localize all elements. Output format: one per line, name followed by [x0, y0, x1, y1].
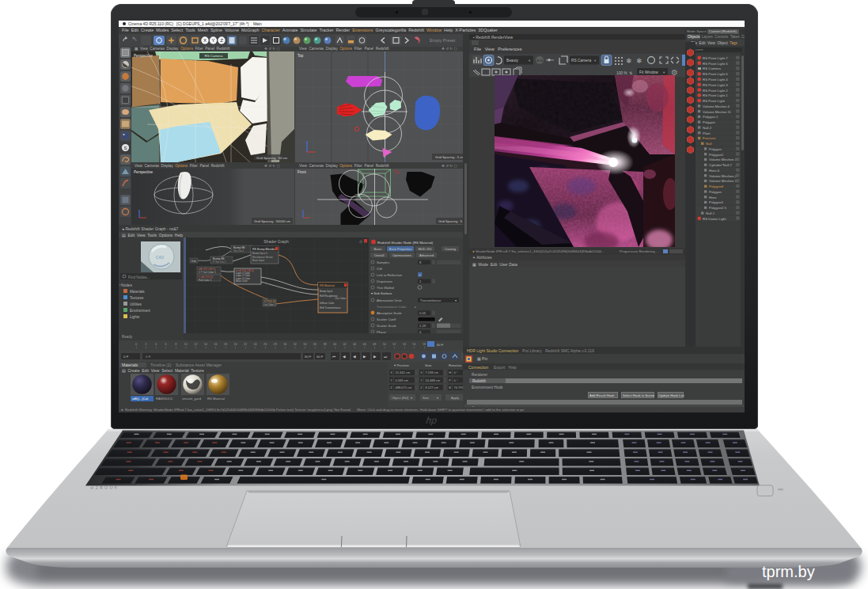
svg-text:▸: ▸ — [119, 283, 121, 287]
svg-text:Plain: Plain — [703, 131, 711, 135]
svg-text:Null: Null — [706, 142, 712, 146]
svg-text:10: 10 — [184, 343, 188, 346]
svg-text:X: X — [203, 38, 207, 43]
svg-text:X: X — [420, 370, 423, 374]
svg-text:Fit Window: Fit Window — [639, 70, 658, 74]
svg-text:Y: Y — [390, 378, 392, 382]
svg-text:22: 22 — [244, 343, 247, 346]
svg-text:Polygon4: Polygon4 — [709, 184, 724, 188]
svg-text:Bump Input: Bump Input — [320, 290, 332, 293]
svg-text:Full Color 1: Full Color 1 — [199, 279, 212, 282]
svg-text:◀: ◀ — [353, 355, 356, 359]
svg-text:Apply: Apply — [451, 396, 459, 400]
svg-text:C4D: C4D — [156, 255, 164, 260]
svg-text:RS Point Light.6: RS Point Light.6 — [703, 72, 728, 76]
svg-text:54: 54 — [403, 343, 406, 346]
svg-text:Base Input: Base Input — [252, 259, 264, 262]
svg-text:MUD-155: MUD-155 — [418, 247, 432, 251]
svg-text:0: 0 — [135, 343, 137, 346]
svg-text:Base Properties: Base Properties — [389, 247, 411, 251]
svg-text:Coating: Coating — [445, 247, 456, 251]
svg-text:0 °: 0 ° — [454, 378, 458, 382]
svg-text:H: H — [449, 370, 451, 374]
svg-text:vincent_gard: vincent_gard — [182, 397, 202, 401]
svg-text:Cylinder*Null.7: Cylinder*Null.7 — [709, 163, 733, 167]
svg-text:2: 2 — [145, 343, 146, 346]
svg-text:✓: ✓ — [419, 273, 422, 277]
svg-text:AOB: AOB — [536, 59, 543, 63]
svg-text:Shader Graph: Shader Graph — [263, 239, 289, 244]
svg-text:15.341 cm: 15.341 cm — [396, 370, 411, 374]
svg-text:▶: ▶ — [363, 355, 366, 359]
svg-text:RS Point Light.7: RS Point Light.7 — [703, 56, 728, 60]
svg-text:❄: ❄ — [636, 57, 642, 65]
svg-text:Polygon2.5: Polygon2.5 — [709, 206, 727, 210]
svg-text:Beauty: Beauty — [506, 59, 519, 63]
svg-text:1 T Out Color 1: 1 T Out Color 1 — [199, 271, 216, 274]
svg-text:▶: ▶ — [373, 355, 377, 359]
svg-text:P Tex Out 1: P Tex Out 1 — [213, 260, 226, 264]
svg-text:Bump Input 0: Bump Input 0 — [252, 252, 267, 255]
svg-text:Link to Reflection: Link to Reflection — [377, 273, 403, 277]
svg-text:46: 46 — [363, 343, 366, 346]
svg-text:0 °: 0 ° — [454, 370, 458, 374]
svg-text:60 F: 60 F — [305, 355, 312, 359]
svg-text:56: 56 — [412, 343, 415, 346]
svg-text:Hero.6: Hero.6 — [709, 169, 720, 173]
svg-text:Nodes: Nodes — [121, 283, 132, 287]
svg-text:40: 40 — [333, 343, 336, 346]
svg-text:RS Camera: RS Camera — [205, 54, 223, 58]
svg-text:32: 32 — [294, 343, 297, 346]
svg-text:36: 36 — [313, 343, 316, 346]
svg-text:RS Point Light.3: RS Point Light.3 — [703, 83, 728, 87]
svg-text:RAWGULD: RAWGULD — [156, 397, 172, 401]
svg-text:Lights: Lights — [130, 315, 140, 319]
svg-text:▾ Sub Surface: ▾ Sub Surface — [371, 291, 392, 295]
svg-text:8.127 cm: 8.127 cm — [426, 386, 439, 390]
svg-text:RS Bump-Blender: RS Bump-Blender — [252, 248, 276, 251]
svg-text:Scatter Scale: Scatter Scale — [377, 324, 397, 328]
svg-text:Empty Preset: Empty Preset — [430, 38, 456, 43]
svg-text:Resistance Vector: Resistance Vector — [252, 256, 274, 259]
svg-text:Phase: Phase — [377, 330, 387, 333]
svg-text:Polygon1: Polygon1 — [709, 200, 724, 204]
svg-text:Environment: Environment — [130, 309, 151, 313]
svg-text:60 F: 60 F — [437, 343, 444, 347]
svg-text:Lut Color 1: Lut Color 1 — [264, 303, 276, 306]
svg-text:◀: ◀ — [343, 355, 346, 359]
svg-text:RS Point Light.4: RS Point Light.4 — [703, 78, 728, 82]
svg-text:60 F: 60 F — [316, 355, 324, 359]
svg-text:Rotation: Rotation — [449, 363, 462, 367]
svg-text:ICE: ICE — [377, 267, 382, 271]
svg-text:hp: hp — [426, 415, 438, 426]
svg-text:P: P — [449, 378, 451, 382]
svg-text:Dispersion: Dispersion — [377, 279, 392, 283]
svg-text:Redshift Shader Node (RS Mater: Redshift Shader Node (RS Material) — [377, 241, 434, 245]
svg-text:12: 12 — [194, 343, 197, 346]
svg-text:Y: Y — [420, 378, 423, 382]
svg-text:▾: ▾ — [411, 396, 412, 400]
svg-text:Top: Top — [298, 54, 304, 58]
svg-text:50: 50 — [383, 343, 386, 346]
svg-text:⊘ZBOOK: ⊘ZBOOK — [90, 484, 119, 490]
svg-text:Volume Meshen.10: Volume Meshen.10 — [709, 179, 739, 183]
svg-text:X: X — [390, 370, 392, 374]
svg-text:38: 38 — [323, 343, 326, 346]
svg-text:▾ Position: ▾ Position — [394, 363, 410, 367]
svg-text:58: 58 — [423, 343, 426, 346]
svg-text:Optimizations: Optimizations — [392, 253, 411, 257]
svg-text:1.29: 1.29 — [419, 324, 426, 328]
svg-text:Volume Meshen.2: Volume Meshen.2 — [709, 174, 737, 178]
svg-text:⏮: ⏮ — [332, 355, 335, 359]
svg-text:0 F: 0 F — [123, 355, 129, 359]
svg-text:RS Point Light.5: RS Point Light.5 — [703, 62, 728, 66]
svg-text:Transmittance: Transmittance — [420, 298, 442, 302]
svg-text:RS Point Light.2: RS Point Light.2 — [703, 89, 728, 93]
svg-text:Find Nodes...: Find Nodes... — [128, 276, 150, 279]
svg-text:RS Material: RS Material — [320, 284, 335, 287]
svg-text:◇: ◇ — [359, 239, 362, 244]
svg-text:16: 16 — [214, 343, 217, 346]
svg-text:Materials: Materials — [130, 290, 145, 294]
svg-text:Polygon: Polygon — [703, 120, 715, 124]
svg-text:Advanced: Advanced — [419, 253, 434, 257]
